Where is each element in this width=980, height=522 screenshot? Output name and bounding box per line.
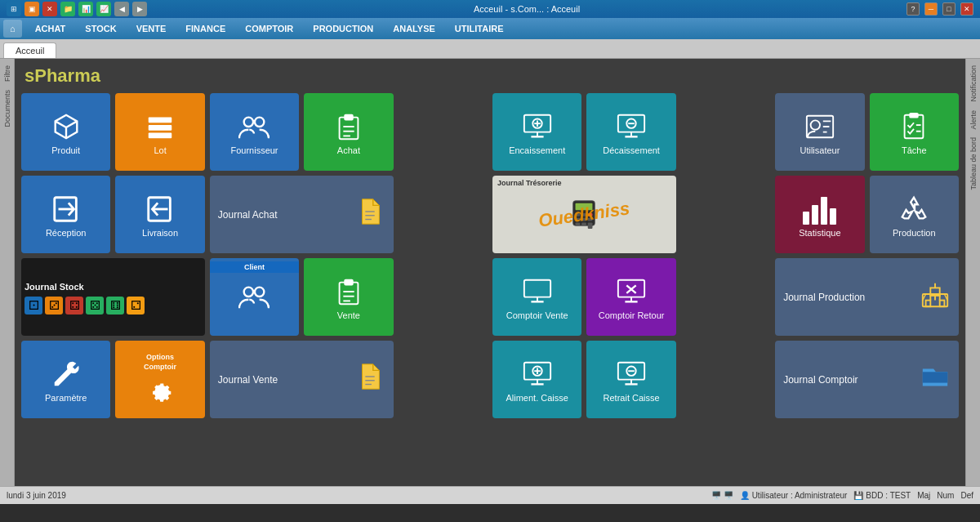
sp-r3c8 — [681, 258, 770, 336]
tile-client[interactable]: Client — [210, 258, 299, 336]
journal-achat-icon — [354, 196, 385, 234]
sidebar-notification[interactable]: Notification — [968, 62, 979, 105]
titlebar-restore[interactable]: □ — [942, 2, 956, 16]
fournisseur-label: Fournisseur — [230, 145, 278, 155]
sidebar-filtre[interactable]: Filtre — [2, 62, 13, 85]
aliment-caisse-label: Aliment. Caisse — [506, 393, 568, 403]
left-sidebar: Filtre Documents — [0, 59, 15, 486]
menu-analyse[interactable]: ANALYSE — [383, 20, 445, 38]
tile-fournisseur[interactable]: Fournisseur — [210, 93, 299, 171]
comptoir-retour-label: Comptoir Retour — [599, 310, 665, 320]
app-icon-6[interactable]: 📈 — [96, 2, 111, 16]
tile-journal-achat[interactable]: Journal Achat — [210, 176, 394, 253]
app-icon-7[interactable]: ◀ — [114, 2, 129, 16]
menu-finance[interactable]: FINANCE — [176, 20, 235, 38]
menu-comptoir[interactable]: COMPTOIR — [235, 20, 303, 38]
tile-journal-vente[interactable]: Journal Vente — [210, 341, 394, 418]
statusbar-date: lundi 3 juin 2019 — [7, 491, 702, 500]
tile-decaissement[interactable]: Décaissement — [586, 93, 675, 171]
dice-area: ⚀ ⚂ ⚃ ⚄ ⚅ ⚁ — [24, 297, 145, 315]
tile-reception[interactable]: Réception — [21, 176, 110, 253]
svg-rect-24 — [905, 114, 924, 138]
menu-home[interactable]: ⌂ — [3, 20, 22, 38]
tile-produit[interactable]: Produit — [21, 93, 110, 171]
app-icon-3[interactable]: ✕ — [42, 2, 57, 16]
svg-rect-67 — [926, 300, 931, 306]
app-icon-4[interactable]: 📁 — [60, 2, 75, 16]
svg-rect-25 — [910, 112, 919, 118]
app-icon-1[interactable]: ⊞ — [7, 2, 21, 16]
app-icon-8[interactable]: ▶ — [132, 2, 147, 16]
titlebar-help[interactable]: ? — [906, 2, 920, 16]
tile-utilisateur[interactable]: Utilisateur — [775, 93, 864, 171]
tile-vente[interactable]: Vente — [304, 258, 393, 336]
comptoir-icon — [920, 361, 951, 399]
tile-achat[interactable]: Achat — [304, 93, 393, 171]
sp-r2c8 — [681, 176, 770, 253]
main-wrapper: Filtre Documents sPharma Produit Lot Fou… — [0, 59, 980, 486]
app-icon-5[interactable]: 📊 — [78, 2, 93, 16]
titlebar-close[interactable]: ✕ — [960, 2, 973, 16]
tile-encaissement[interactable]: Encaissement — [492, 93, 581, 171]
tile-comptoir-retour[interactable]: Comptoir Retour — [586, 258, 675, 336]
comptoir-vente-label: Comptoir Vente — [506, 310, 568, 320]
tile-production[interactable]: Production — [870, 176, 959, 253]
svg-rect-53 — [524, 279, 550, 297]
sidebar-tableau-de-bord[interactable]: Tableau de bord — [968, 134, 979, 194]
decaissement-label: Décaissement — [603, 145, 660, 155]
sp-r1c8 — [681, 93, 770, 171]
tile-journal-stock[interactable]: Journal Stock ⚀ ⚂ ⚃ ⚄ ⚅ ⚁ — [21, 258, 205, 336]
journal-achat-label: Journal Achat — [218, 209, 278, 221]
statistique-icon — [803, 194, 836, 225]
tile-tache[interactable]: Tâche — [870, 93, 959, 171]
sp-r3c5 — [399, 258, 488, 336]
svg-rect-2 — [149, 125, 172, 131]
vente-label: Vente — [337, 310, 360, 320]
tile-parametre[interactable]: Paramètre — [21, 341, 110, 418]
tache-label: Tâche — [902, 145, 927, 155]
encaissement-label: Encaissement — [509, 145, 565, 155]
svg-rect-7 — [344, 114, 353, 120]
svg-point-4 — [244, 117, 253, 126]
tile-livraison[interactable]: Livraison — [115, 176, 204, 253]
tile-options-comptoir[interactable]: Options Comptoir — [115, 341, 204, 418]
sp-r4c5 — [399, 341, 488, 418]
menu-stock[interactable]: STOCK — [75, 20, 126, 38]
svg-rect-1 — [149, 117, 172, 123]
statusbar-num: Num — [937, 491, 954, 500]
menu-vente[interactable]: VENTE — [127, 20, 176, 38]
sp-r4c8 — [681, 341, 770, 418]
menu-production[interactable]: PRODUCTION — [303, 20, 383, 38]
tile-journal-production[interactable]: Journal Production — [775, 258, 959, 336]
tile-journal-comptoir[interactable]: Journal Comptoir — [775, 341, 959, 418]
svg-point-47 — [255, 287, 264, 296]
tile-retrait-caisse[interactable]: Retrait Caisse — [586, 341, 675, 418]
tile-lot[interactable]: Lot — [115, 93, 204, 171]
titlebar: ⊞ ▣ ✕ 📁 📊 📈 ◀ ▶ Acceuil - s.Com... : Acc… — [0, 0, 980, 18]
app-icon-2[interactable]: ▣ — [24, 2, 39, 16]
menu-utilitaire[interactable]: UTILITAIRE — [445, 20, 514, 38]
tile-statistique[interactable]: Statistique — [775, 176, 864, 253]
reception-label: Réception — [46, 228, 87, 238]
statusbar: lundi 3 juin 2019 🖥️ 🖥️ 👤 Utilisateur : … — [0, 486, 980, 504]
sidebar-documents[interactable]: Documents — [2, 87, 13, 131]
tile-comptoir-vente[interactable]: Comptoir Vente — [492, 258, 581, 336]
statusbar-right: 🖥️ 🖥️ 👤 Utilisateur : Administrateur 💾 B… — [711, 491, 973, 500]
svg-point-46 — [244, 287, 253, 296]
journal-production-label: Journal Production — [783, 292, 865, 303]
titlebar-left: ⊞ ▣ ✕ 📁 📊 📈 ◀ ▶ — [7, 2, 147, 16]
journal-vente-label: Journal Vente — [218, 374, 278, 386]
menu-achat[interactable]: ACHAT — [25, 20, 76, 38]
titlebar-minimize[interactable]: ─ — [924, 2, 938, 16]
tabbar: Acceuil — [0, 39, 980, 59]
titlebar-title: Acceuil - s.Com... : Acceuil — [147, 4, 906, 14]
sidebar-alerte[interactable]: Alerte — [968, 107, 979, 133]
tile-journal-tresorerie[interactable]: Journal Trésorerie Ouedkniss — [492, 176, 676, 253]
production-label: Production — [893, 228, 936, 238]
statusbar-maj: Maj — [917, 491, 930, 500]
client-badge: Client — [210, 261, 299, 273]
tile-aliment-caisse[interactable]: Aliment. Caisse — [492, 341, 581, 418]
die-2: ⚂ — [45, 297, 63, 315]
livraison-label: Livraison — [142, 228, 178, 238]
tab-acceuil[interactable]: Acceuil — [3, 42, 56, 58]
